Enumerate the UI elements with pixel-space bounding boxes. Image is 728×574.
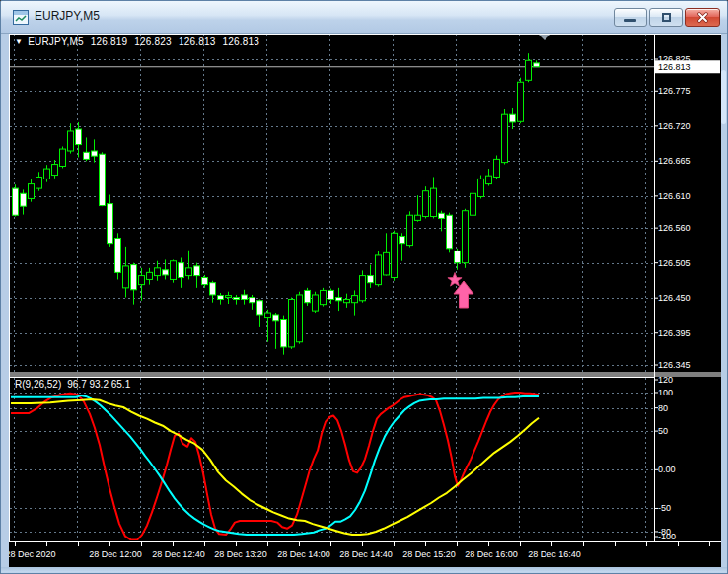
candle bbox=[415, 195, 421, 221]
candle bbox=[392, 231, 398, 281]
indicator-axis-label: 80 bbox=[658, 403, 668, 413]
chart-shift-marker-icon bbox=[539, 35, 550, 40]
candle bbox=[202, 275, 208, 288]
minimize-button[interactable] bbox=[614, 8, 647, 27]
candle bbox=[234, 295, 240, 305]
indicator-axis-label: -100 bbox=[658, 532, 676, 541]
candle bbox=[242, 290, 248, 305]
candle bbox=[447, 213, 453, 253]
candle bbox=[13, 184, 19, 216]
candles bbox=[13, 53, 540, 354]
current-price-tag-text: 126.813 bbox=[658, 62, 691, 72]
indicator-axis-label: 0.00 bbox=[658, 465, 676, 474]
minimize-icon bbox=[624, 19, 636, 22]
candle bbox=[289, 298, 295, 349]
mt4-chart-window: EURJPY,M5 126.825126.775126.720126.66512… bbox=[0, 0, 728, 574]
candle bbox=[407, 211, 413, 247]
close-button[interactable] bbox=[685, 8, 720, 27]
candle bbox=[194, 263, 200, 288]
candle bbox=[336, 288, 342, 311]
candle bbox=[494, 156, 500, 179]
candle bbox=[352, 290, 358, 315]
candle bbox=[321, 288, 327, 307]
candle bbox=[44, 165, 50, 181]
candle bbox=[471, 191, 476, 217]
candle bbox=[360, 270, 366, 302]
time-axis-label: 28 Dec 12:40 bbox=[152, 549, 205, 559]
time-axis-label: 28 Dec 15:20 bbox=[402, 549, 456, 559]
price-axis-label: 126.395 bbox=[658, 328, 691, 338]
time-axis[interactable]: 28 Dec 202028 Dec 12:0028 Dec 12:4028 De… bbox=[9, 542, 710, 559]
candle bbox=[115, 233, 121, 279]
candle bbox=[147, 268, 153, 285]
indicator-label: R(9,26,52)96.7 93.2 65.1 bbox=[15, 379, 136, 390]
candle bbox=[108, 195, 113, 247]
window-titlebar[interactable]: EURJPY,M5 bbox=[1, 1, 727, 34]
candle bbox=[265, 310, 271, 342]
candle bbox=[478, 176, 484, 199]
candle bbox=[210, 281, 216, 303]
candle bbox=[76, 122, 82, 158]
candle bbox=[131, 263, 137, 305]
candle bbox=[226, 292, 232, 304]
ohlc-close: 126.813 bbox=[222, 36, 259, 47]
oscillator-lines bbox=[11, 393, 539, 540]
price-axis-label: 126.720 bbox=[658, 121, 691, 131]
candle bbox=[92, 139, 98, 162]
window-edge-highlight bbox=[721, 70, 726, 124]
window-buttons bbox=[614, 8, 720, 27]
price-axis: 126.825126.775126.720126.665126.610126.5… bbox=[654, 54, 720, 370]
indicator-axis-label: -50 bbox=[658, 503, 671, 513]
price-axis-label: 126.505 bbox=[658, 258, 691, 268]
chart-client-area: 126.825126.775126.720126.665126.610126.5… bbox=[9, 34, 721, 567]
time-axis-label: 28 Dec 16:00 bbox=[465, 549, 518, 559]
indicator-axis-label: 120 bbox=[658, 375, 673, 385]
price-axis-label: 126.665 bbox=[658, 156, 691, 166]
indicator-axis: 12010080500.00-50-80-100 bbox=[654, 375, 676, 541]
candle bbox=[257, 299, 263, 326]
candlestick-and-oscillator-canvas[interactable]: 126.825126.775126.720126.665126.610126.5… bbox=[9, 34, 721, 567]
ohlc-open: 126.819 bbox=[91, 36, 128, 47]
main-grid bbox=[10, 35, 654, 372]
candle bbox=[139, 268, 145, 301]
chart-window-icon bbox=[13, 10, 29, 25]
ohlc-high: 126.823 bbox=[134, 36, 172, 47]
indicator-axis-label: 50 bbox=[658, 426, 668, 436]
time-axis-label: 28 Dec 13:20 bbox=[214, 549, 267, 559]
price-axis-label: 126.450 bbox=[658, 293, 691, 303]
restore-button[interactable] bbox=[649, 8, 683, 27]
time-axis-label: 28 Dec 16:40 bbox=[528, 549, 581, 559]
candle bbox=[218, 293, 224, 305]
chart-ohlc-header: ▼EURJPY,M5126.819126.823126.813126.813 bbox=[15, 36, 259, 47]
candle bbox=[305, 288, 311, 306]
candle bbox=[313, 292, 319, 313]
candle bbox=[68, 123, 74, 153]
price-axis-label: 126.560 bbox=[658, 223, 691, 233]
price-axis-label: 126.775 bbox=[658, 86, 691, 96]
candle bbox=[29, 179, 35, 202]
candle bbox=[502, 109, 508, 165]
oscillator-line-fast bbox=[11, 393, 539, 540]
candle bbox=[297, 292, 303, 344]
candle bbox=[518, 78, 524, 124]
price-axis-label: 126.610 bbox=[658, 191, 691, 201]
candle bbox=[123, 247, 129, 298]
indicator-values: 96.7 93.2 65.1 bbox=[67, 379, 130, 390]
candle bbox=[455, 249, 461, 270]
candle bbox=[100, 152, 106, 206]
candle bbox=[368, 265, 374, 288]
candle bbox=[36, 172, 42, 190]
candle bbox=[163, 259, 169, 279]
buy-arrow-icon bbox=[454, 281, 473, 308]
candle bbox=[273, 313, 279, 349]
collapse-triangle-icon[interactable]: ▼ bbox=[15, 37, 23, 46]
oscillator-line-slow bbox=[11, 399, 539, 535]
candle bbox=[179, 258, 184, 288]
candle bbox=[344, 294, 350, 308]
candle bbox=[171, 259, 177, 282]
time-axis-label: 28 Dec 14:00 bbox=[277, 549, 330, 559]
candle bbox=[84, 137, 90, 161]
candle bbox=[526, 53, 532, 82]
candle bbox=[384, 233, 390, 275]
ohlc-low: 126.813 bbox=[179, 36, 216, 47]
